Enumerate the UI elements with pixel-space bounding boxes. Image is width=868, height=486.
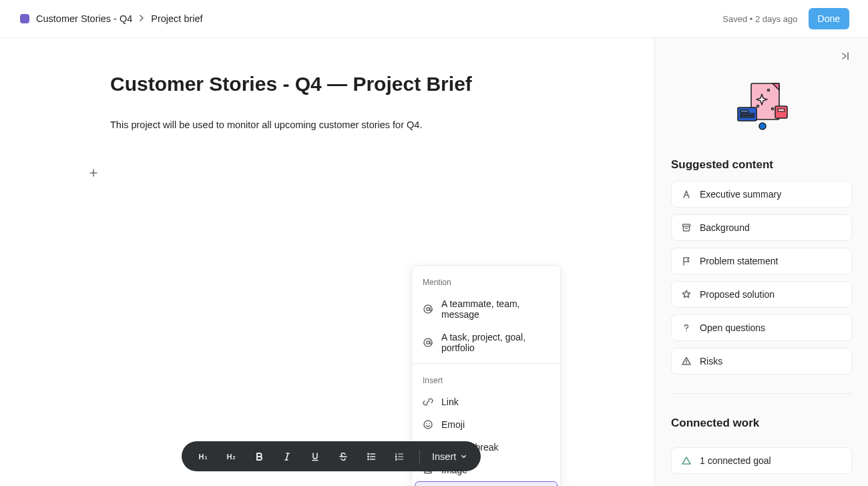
header: Customer Stories - Q4 Project brief Save… xyxy=(0,0,868,38)
svg-rect-17 xyxy=(740,113,754,115)
insert-media-item[interactable]: Media xyxy=(415,481,558,486)
mention-task-item[interactable]: A task, project, goal, portfolio xyxy=(412,326,560,359)
link-icon xyxy=(423,397,433,407)
mention-task-label: A task, project, goal, portfolio xyxy=(441,332,550,353)
toolbar-separator xyxy=(419,450,420,463)
mention-teammate-label: A teammate, team, message xyxy=(441,298,550,320)
svg-point-21 xyxy=(759,123,766,130)
editor-area: Customer Stories - Q4 — Project Brief Th… xyxy=(0,38,654,486)
svg-point-12 xyxy=(756,105,758,107)
archive-icon xyxy=(681,222,692,233)
insert-button[interactable]: Insert xyxy=(432,449,467,465)
insert-link-item[interactable]: Link xyxy=(412,391,560,413)
popover-section-insert: Insert xyxy=(412,368,560,391)
suggestion-problem-statement[interactable]: Problem statement xyxy=(671,248,852,274)
svg-rect-19 xyxy=(775,106,787,118)
bold-button[interactable] xyxy=(251,449,267,465)
heading1-button[interactable]: H1 xyxy=(195,449,211,465)
done-button[interactable]: Done xyxy=(809,8,849,29)
text-a-icon xyxy=(681,189,692,200)
illustration-icon xyxy=(671,79,852,132)
suggestion-open-questions[interactable]: Open questions xyxy=(671,314,852,341)
svg-point-14 xyxy=(771,108,773,110)
svg-point-8 xyxy=(368,453,369,454)
connected-goal-label: 1 connected goal xyxy=(700,455,771,466)
bullet-list-button[interactable] xyxy=(363,449,379,465)
svg-rect-16 xyxy=(740,110,748,112)
breadcrumb-current: Project brief xyxy=(151,13,202,24)
chevron-right-icon xyxy=(138,13,146,24)
italic-button[interactable] xyxy=(279,449,295,465)
svg-rect-20 xyxy=(778,109,785,111)
mention-teammate-item[interactable]: A teammate, team, message xyxy=(412,292,560,326)
svg-point-1 xyxy=(427,308,429,310)
heading2-button[interactable]: H2 xyxy=(223,449,239,465)
svg-point-4 xyxy=(424,421,432,429)
add-block-button[interactable] xyxy=(87,167,99,179)
svg-point-13 xyxy=(767,89,769,91)
flag-icon xyxy=(681,256,692,266)
suggested-content-heading: Suggested content xyxy=(671,158,852,172)
numbered-list-button[interactable] xyxy=(391,449,407,465)
star-icon xyxy=(681,289,692,300)
suggestion-executive-summary[interactable]: Executive summary xyxy=(671,181,852,208)
suggestion-label: Executive summary xyxy=(700,189,781,200)
at-icon xyxy=(423,304,433,314)
document-body[interactable]: This project will be used to monitor all… xyxy=(110,118,578,133)
insert-button-label: Insert xyxy=(432,451,456,462)
goal-triangle-icon xyxy=(681,455,692,466)
project-color-icon xyxy=(20,14,29,23)
suggestion-label: Background xyxy=(700,222,750,233)
saved-status: Saved • 2 days ago xyxy=(722,14,797,24)
svg-point-9 xyxy=(368,456,369,457)
document-title[interactable]: Customer Stories - Q4 — Project Brief xyxy=(110,73,578,95)
suggestion-label: Problem statement xyxy=(700,256,779,266)
formatting-toolbar: H1 H2 Insert xyxy=(182,441,481,471)
strikethrough-button[interactable] xyxy=(335,449,351,465)
insert-emoji-label: Emoji xyxy=(441,419,465,430)
suggestion-label: Risks xyxy=(700,356,722,367)
sidebar: Suggested content Executive summary Back… xyxy=(654,38,868,486)
suggestion-background[interactable]: Background xyxy=(671,214,852,241)
emoji-icon xyxy=(423,419,433,430)
suggestion-risks[interactable]: Risks xyxy=(671,348,852,375)
connected-work-heading: Connected work xyxy=(671,417,852,430)
suggestion-label: Proposed solution xyxy=(700,289,775,300)
collapse-sidebar-button[interactable] xyxy=(840,50,852,62)
breadcrumb: Customer Stories - Q4 Project brief xyxy=(36,13,203,24)
at-icon xyxy=(423,337,433,348)
svg-point-10 xyxy=(368,459,369,459)
connected-goal-item[interactable]: 1 connected goal xyxy=(671,447,852,474)
svg-point-2 xyxy=(424,338,432,346)
breadcrumb-project[interactable]: Customer Stories - Q4 xyxy=(36,13,132,24)
insert-emoji-item[interactable]: Emoji xyxy=(412,413,560,436)
svg-point-0 xyxy=(424,305,432,313)
svg-rect-18 xyxy=(740,116,754,117)
underline-button[interactable] xyxy=(307,449,323,465)
sidebar-divider xyxy=(671,393,852,394)
warning-icon xyxy=(681,356,692,367)
suggestion-label: Open questions xyxy=(700,322,765,333)
suggestion-proposed-solution[interactable]: Proposed solution xyxy=(671,281,852,308)
insert-link-label: Link xyxy=(441,397,459,407)
popover-section-mention: Mention xyxy=(412,270,560,292)
svg-point-3 xyxy=(427,341,429,344)
question-icon xyxy=(681,322,692,333)
